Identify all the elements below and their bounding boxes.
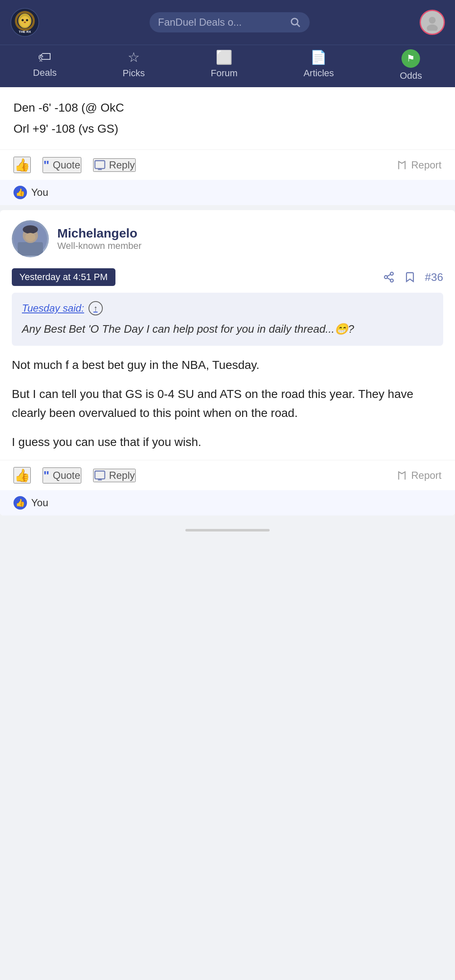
post1-like-text: You	[31, 187, 48, 198]
quote-author-text: Tuesday said:	[22, 302, 84, 314]
post1-like-icon: 👍	[13, 186, 27, 199]
svg-point-8	[292, 19, 298, 25]
post-body-1: Den -6' -108 (@ OkC Orl +9' -108 (vs GS)	[0, 87, 455, 150]
forum-icon: ⬜	[216, 49, 233, 65]
share-icon[interactable]	[383, 271, 395, 283]
post2-reply-button[interactable]: Reply	[93, 469, 136, 482]
author-avatar-img	[13, 222, 47, 256]
content-area: Den -6' -108 (@ OkC Orl +9' -108 (vs GS)…	[0, 87, 455, 515]
svg-rect-25	[95, 471, 104, 479]
deals-icon: 🏷	[38, 49, 51, 65]
svg-point-5	[26, 19, 28, 21]
post2-quote-label: Quote	[53, 470, 80, 481]
svg-point-18	[23, 225, 38, 234]
post1-reply-label: Reply	[109, 159, 135, 171]
like-icon: 👍	[14, 158, 30, 172]
post2-like-text: You	[31, 497, 48, 509]
sidebar-item-deals[interactable]: 🏷 Deals	[33, 49, 56, 81]
svg-point-21	[384, 276, 387, 279]
post2-body: Not much f a best bet guy in the NBA, Tu…	[0, 354, 455, 460]
meta-row: Yesterday at 4:51 PM #36	[0, 264, 455, 293]
svg-point-20	[390, 272, 393, 275]
sidebar-item-forum[interactable]: ⬜ Forum	[211, 49, 238, 81]
logo-icon: THE RX	[10, 8, 40, 37]
report-icon	[397, 160, 408, 171]
post1-report-label: Report	[411, 159, 442, 171]
nav-odds-label: Odds	[400, 70, 422, 81]
articles-icon: 📄	[310, 49, 327, 65]
meta-actions: #36	[383, 271, 443, 284]
post-number: #36	[425, 271, 443, 284]
timestamp-badge: Yesterday at 4:51 PM	[12, 268, 115, 286]
post2-like-section: 👍 You	[0, 490, 455, 515]
nav-picks-label: Picks	[123, 68, 145, 79]
quote-text: Any Best Bet 'O The Day I can help post …	[22, 320, 433, 337]
picks-icon: ☆	[128, 49, 140, 65]
quote-author: Tuesday said: ↑	[22, 301, 433, 315]
bookmark-icon[interactable]	[404, 271, 416, 283]
author-role: Well-known member	[57, 240, 142, 251]
avatar-icon	[424, 14, 441, 31]
post2-report-label: Report	[411, 470, 442, 481]
svg-line-24	[387, 275, 391, 277]
svg-line-23	[387, 278, 391, 280]
post1-quote-button[interactable]: " Quote	[43, 157, 81, 173]
post2-like-button[interactable]: 👍	[13, 467, 31, 483]
report-icon-2	[397, 470, 408, 481]
svg-point-4	[21, 19, 24, 21]
svg-line-9	[297, 24, 300, 27]
like-icon-2: 👍	[14, 468, 30, 483]
odds-icon-bg: ⚑	[401, 49, 420, 68]
scrollbar-area	[0, 521, 455, 536]
svg-rect-16	[18, 242, 43, 256]
search-icon	[289, 16, 301, 28]
post1-actions: 👍 " Quote Reply Report	[0, 150, 455, 180]
post2-para-2: But I can tell you that GS is 0-4 SU and…	[12, 385, 443, 423]
search-bar[interactable]: FanDuel Deals o...	[150, 12, 310, 32]
author-avatar	[12, 220, 49, 257]
svg-point-11	[427, 24, 438, 31]
search-text: FanDuel Deals o...	[158, 16, 285, 28]
nav-articles-label: Articles	[303, 68, 334, 79]
quote-block: Tuesday said: ↑ Any Best Bet 'O The Day …	[12, 293, 443, 346]
post1-like-button[interactable]: 👍	[13, 157, 31, 173]
odds-icon: ⚑	[407, 53, 415, 64]
svg-text:THE RX: THE RX	[19, 30, 32, 34]
quote-icon-2: "	[43, 468, 49, 483]
post2-quote-button[interactable]: " Quote	[43, 467, 81, 483]
author-name: Michelangelo	[57, 226, 142, 240]
reply-icon	[94, 159, 106, 171]
post1-like-section: 👍 You	[0, 180, 455, 205]
post-card-1: Den -6' -108 (@ OkC Orl +9' -108 (vs GS)…	[0, 87, 455, 205]
sidebar-item-picks[interactable]: ☆ Picks	[123, 49, 145, 81]
post2-para-1: Not much f a best bet guy in the NBA, Tu…	[12, 356, 443, 375]
nav-bar: 🏷 Deals ☆ Picks ⬜ Forum 📄 Articles ⚑ Odd…	[0, 45, 455, 87]
nav-deals-label: Deals	[33, 67, 56, 78]
svg-point-22	[390, 279, 393, 282]
quote-icon: "	[43, 158, 49, 172]
post1-line2: Orl +9' -108 (vs GS)	[13, 120, 442, 138]
post1-quote-label: Quote	[53, 159, 80, 171]
post-card-2: Michelangelo Well-known member Yesterday…	[0, 210, 455, 515]
sidebar-item-articles[interactable]: 📄 Articles	[303, 49, 334, 81]
post2-para-3: I guess you can use that if you wish.	[12, 433, 443, 452]
post2-actions: 👍 " Quote Reply Report	[0, 460, 455, 490]
post1-reply-button[interactable]: Reply	[93, 158, 136, 172]
post2-like-icon: 👍	[13, 496, 27, 510]
header: THE RX FanDuel Deals o...	[0, 0, 455, 45]
post1-line1: Den -6' -108 (@ OkC	[13, 99, 442, 117]
author-info: Michelangelo Well-known member	[57, 226, 142, 251]
scrollbar-track[interactable]	[185, 529, 270, 531]
svg-rect-12	[95, 160, 104, 168]
post2-report-button[interactable]: Report	[397, 470, 442, 481]
author-row: Michelangelo Well-known member	[0, 210, 455, 264]
post1-report-button[interactable]: Report	[397, 159, 442, 171]
quote-arrow-icon: ↑	[88, 301, 103, 315]
sidebar-item-odds[interactable]: ⚑ Odds	[400, 49, 422, 81]
reply-icon-2	[94, 470, 106, 481]
svg-point-6	[24, 21, 26, 23]
svg-point-19	[25, 233, 35, 241]
svg-point-10	[429, 17, 436, 24]
user-avatar[interactable]	[420, 10, 445, 35]
logo-area: THE RX	[10, 8, 40, 37]
